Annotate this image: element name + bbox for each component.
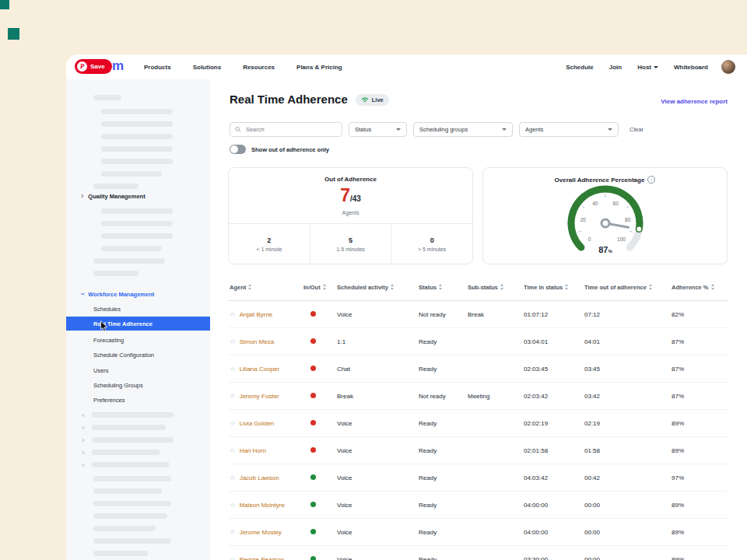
- time-out-of-adherence-cell: 00:00: [584, 529, 672, 536]
- agent-link[interactable]: Livia Golden: [240, 420, 274, 427]
- favorite-star-icon[interactable]: ☆: [230, 501, 236, 509]
- agent-link[interactable]: Maison Mcintyre: [240, 502, 285, 509]
- time-out-of-adherence-cell: 02:19: [584, 420, 672, 427]
- bucket-over-5-minutes: 0 > 5 minutes: [391, 224, 472, 264]
- skeleton-bar: [93, 551, 148, 556]
- nav-schedule[interactable]: Schedule: [566, 64, 594, 71]
- bucket-value: 0: [430, 236, 434, 244]
- table-row[interactable]: ☆ Jerome Mosley Voice Ready 04:00:00 00:…: [228, 519, 728, 546]
- column-header-status[interactable]: Status: [419, 284, 468, 291]
- scheduled-activity-cell: 1:1: [337, 338, 419, 345]
- agent-link[interactable]: Hari Horn: [240, 447, 266, 454]
- sidebar-item-scheduling-groups[interactable]: Scheduling Groups: [66, 378, 210, 393]
- column-header-in-out[interactable]: In/Out: [303, 284, 337, 291]
- table-row[interactable]: ☆ Livia Golden Voice Ready 02:02:19 02:1…: [228, 410, 728, 437]
- column-header-sub-status[interactable]: Sub-status: [468, 284, 524, 291]
- bucket-label: > 5 minutes: [418, 247, 446, 252]
- sidebar-item-label: Forecasting: [93, 337, 124, 344]
- live-label: Live: [372, 96, 384, 103]
- agent-link[interactable]: Jerome Mosley: [240, 529, 282, 536]
- search-input[interactable]: [244, 125, 337, 134]
- sidebar-item-real-time-adherence[interactable]: Real Time Adherence: [66, 317, 210, 331]
- table-row[interactable]: ☆ Simon Meza 1:1 Ready 03:04:01 04:01 87…: [228, 328, 728, 355]
- nav-products[interactable]: Products: [144, 64, 171, 71]
- table-row[interactable]: ☆ Liliana Cooper Chat Ready 02:03:45 03:…: [228, 355, 728, 383]
- search-box[interactable]: [230, 122, 342, 137]
- brand-logo[interactable]: m: [112, 58, 124, 74]
- nav-join[interactable]: Join: [609, 64, 622, 71]
- favorite-star-icon[interactable]: ☆: [230, 365, 236, 373]
- info-icon[interactable]: i: [647, 176, 655, 184]
- sidebar-item-schedules[interactable]: Schedules: [66, 302, 210, 317]
- nav-whiteboard[interactable]: Whiteboard: [674, 64, 708, 71]
- favorite-star-icon[interactable]: ☆: [230, 338, 236, 345]
- view-adherence-report-link[interactable]: View adherence report: [661, 98, 728, 105]
- time-out-of-adherence-cell: 00:00: [584, 502, 672, 509]
- column-header-adherence-percent[interactable]: Adherence %: [672, 284, 728, 291]
- table-row[interactable]: ☆ Hari Horn Voice Ready 02:01:58 01:58 8…: [228, 437, 728, 464]
- adherence-percent-cell: 87%: [672, 393, 728, 400]
- pinterest-save-button[interactable]: P Save: [75, 59, 112, 74]
- favorite-star-icon[interactable]: ☆: [230, 446, 236, 454]
- quality-management-label: Quality Management: [88, 193, 145, 200]
- agents-select[interactable]: Agents: [519, 122, 619, 137]
- sort-icon: [649, 284, 652, 290]
- nav-host-label: Host: [637, 64, 651, 71]
- skeleton-bar: [93, 95, 121, 100]
- column-header-agent[interactable]: Agent: [228, 284, 303, 291]
- sidebar-section-quality-management[interactable]: › Quality Management: [81, 191, 146, 201]
- clear-filters-button[interactable]: Clear: [630, 126, 644, 133]
- favorite-star-icon[interactable]: ☆: [230, 474, 236, 481]
- inout-status-dot: [310, 338, 316, 344]
- agent-link[interactable]: Anjali Byrne: [240, 311, 273, 318]
- nav-plans-pricing[interactable]: Plans & Pricing: [296, 64, 342, 71]
- sidebar-item-preferences[interactable]: Preferences: [66, 393, 210, 408]
- time-in-status-cell: 03:04:01: [524, 338, 584, 345]
- table-row[interactable]: ☆ Anjali Byrne Voice Not ready Break 01:…: [228, 301, 728, 328]
- scheduled-activity-cell: Voice: [337, 474, 419, 481]
- agent-link[interactable]: Reggie Pearson: [240, 556, 284, 560]
- table-row[interactable]: ☆ Jacob Lawson Voice Ready 04:03:42 00:4…: [228, 464, 728, 492]
- favorite-star-icon[interactable]: ☆: [230, 419, 236, 427]
- nav-resources[interactable]: Resources: [243, 64, 275, 71]
- chevron-down-icon: ›: [79, 292, 86, 295]
- nav-solutions[interactable]: Solutions: [193, 64, 221, 71]
- agent-link[interactable]: Jeremy Foster: [240, 393, 279, 400]
- time-out-of-adherence-cell: 01:58: [584, 447, 672, 454]
- inout-status-dot: [310, 556, 316, 560]
- sort-icon: [391, 284, 394, 290]
- status-select[interactable]: Status: [349, 122, 407, 137]
- skeleton-bar: [93, 513, 167, 519]
- favorite-star-icon[interactable]: ☆: [230, 392, 236, 400]
- show-out-of-adherence-toggle[interactable]: [230, 145, 246, 154]
- nav-host[interactable]: Host: [637, 64, 658, 71]
- column-header-time-in-status[interactable]: Time in status: [524, 284, 584, 291]
- favorite-star-icon[interactable]: ☆: [230, 528, 236, 536]
- user-avatar[interactable]: [721, 60, 735, 74]
- time-in-status-cell: 02:03:42: [524, 393, 584, 400]
- favorite-star-icon[interactable]: ☆: [230, 555, 236, 560]
- agent-link[interactable]: Jacob Lawson: [240, 474, 279, 481]
- column-header-time-out-of-adherence[interactable]: Time out of adherence: [584, 284, 672, 291]
- sidebar-item-schedule-configuration[interactable]: Schedule Configuration: [66, 348, 210, 362]
- sidebar-section-workforce-management[interactable]: › Workforce Management: [81, 289, 154, 299]
- scheduled-activity-cell: Voice: [337, 420, 419, 427]
- sort-icon: [500, 284, 503, 290]
- column-header-scheduled-activity[interactable]: Scheduled activity: [337, 284, 419, 291]
- agent-link[interactable]: Liliana Cooper: [240, 366, 280, 373]
- sidebar-item-users[interactable]: Users: [66, 363, 210, 378]
- scheduling-groups-select[interactable]: Scheduling groups: [413, 122, 513, 137]
- favorite-star-icon[interactable]: ☆: [230, 310, 236, 318]
- scheduled-activity-cell: Voice: [337, 447, 419, 454]
- table-row[interactable]: ☆ Reggie Pearson Voice Ready 03:30:00 00…: [228, 546, 728, 560]
- table-row[interactable]: ☆ Maison Mcintyre Voice Ready 04:00:00 0…: [228, 492, 728, 519]
- sidebar-item-forecasting[interactable]: Forecasting: [66, 333, 210, 348]
- skeleton-bar: [93, 488, 162, 494]
- inout-status-dot: [310, 420, 316, 425]
- toggle-knob: [230, 145, 238, 153]
- agent-link[interactable]: Simon Meza: [240, 338, 274, 345]
- table-row[interactable]: ☆ Jeremy Foster Break Not ready Meeting …: [228, 383, 728, 410]
- app-window: P Save m Products Solutions Resources Pl…: [66, 54, 747, 560]
- adherence-percent-cell: 87%: [672, 338, 728, 345]
- inout-status-dot: [310, 393, 316, 398]
